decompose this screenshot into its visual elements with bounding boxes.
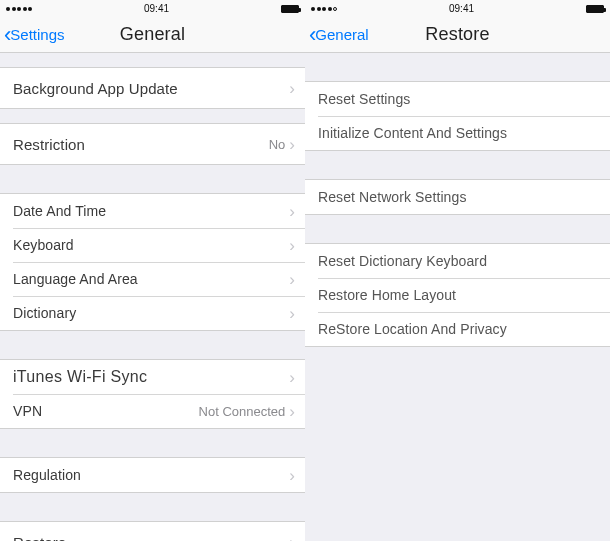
row-language-area[interactable]: Language And Area ›	[0, 262, 305, 296]
nav-bar: ‹ General Restore	[305, 17, 610, 53]
row-regulation[interactable]: Regulation ›	[0, 458, 305, 492]
row-restore-home-layout[interactable]: Restore Home Layout	[305, 278, 610, 312]
left-phone: 09:41 ‹ Settings General Background App …	[0, 0, 305, 541]
chevron-right-icon: ›	[289, 237, 295, 254]
row-label: Restriction	[13, 136, 269, 153]
row-reset-settings[interactable]: Reset Settings	[305, 82, 610, 116]
row-restore[interactable]: Restore ›	[0, 522, 305, 541]
row-label: Initialize Content And Settings	[318, 125, 600, 141]
back-label: Settings	[10, 26, 64, 43]
chevron-right-icon: ›	[289, 80, 295, 97]
chevron-right-icon: ›	[289, 203, 295, 220]
status-bar: 09:41	[305, 0, 610, 17]
row-keyboard[interactable]: Keyboard ›	[0, 228, 305, 262]
right-phone: 09:41 ‹ General Restore Reset Settings I…	[305, 0, 610, 541]
back-button[interactable]: ‹ General	[305, 24, 369, 46]
row-label: Date And Time	[13, 203, 289, 219]
row-label: Reset Network Settings	[318, 189, 600, 205]
chevron-right-icon: ›	[289, 403, 295, 420]
row-vpn[interactable]: VPN Not Connected ›	[0, 394, 305, 428]
row-label: Keyboard	[13, 237, 289, 253]
chevron-right-icon: ›	[289, 467, 295, 484]
chevron-right-icon: ›	[289, 369, 295, 386]
row-label: iTunes Wi-Fi Sync	[13, 368, 289, 386]
back-label: General	[315, 26, 368, 43]
status-bar: 09:41	[0, 0, 305, 17]
signal-dots-icon	[311, 7, 337, 11]
row-reset-dictionary-keyboard[interactable]: Reset Dictionary Keyboard	[305, 244, 610, 278]
row-label: Restore	[13, 534, 289, 542]
nav-bar: ‹ Settings General	[0, 17, 305, 53]
battery-icon	[586, 5, 604, 13]
row-label: VPN	[13, 403, 199, 419]
signal-dots-icon	[6, 7, 32, 11]
row-initialize-content[interactable]: Initialize Content And Settings	[305, 116, 610, 150]
row-background-app-update[interactable]: Background App Update ›	[0, 68, 305, 108]
row-value: Not Connected	[199, 404, 286, 419]
row-label: ReStore Location And Privacy	[318, 321, 600, 337]
chevron-right-icon: ›	[289, 305, 295, 322]
chevron-right-icon: ›	[289, 136, 295, 153]
row-label: Language And Area	[13, 271, 289, 287]
row-label: Restore Home Layout	[318, 287, 600, 303]
chevron-right-icon: ›	[289, 534, 295, 542]
battery-icon	[281, 5, 299, 13]
status-time: 09:41	[144, 3, 169, 14]
chevron-right-icon: ›	[289, 271, 295, 288]
status-time: 09:41	[449, 3, 474, 14]
row-dictionary[interactable]: Dictionary ›	[0, 296, 305, 330]
row-value: No	[269, 137, 286, 152]
restore-list: Reset Settings Initialize Content And Se…	[305, 53, 610, 541]
row-label: Reset Dictionary Keyboard	[318, 253, 600, 269]
row-label: Background App Update	[13, 80, 289, 97]
row-restriction[interactable]: Restriction No ›	[0, 124, 305, 164]
back-button[interactable]: ‹ Settings	[0, 24, 65, 46]
settings-list: Background App Update › Restriction No ›…	[0, 53, 305, 541]
row-label: Regulation	[13, 467, 289, 483]
row-date-time[interactable]: Date And Time ›	[0, 194, 305, 228]
row-label: Reset Settings	[318, 91, 600, 107]
row-restore-location-privacy[interactable]: ReStore Location And Privacy	[305, 312, 610, 346]
row-label: Dictionary	[13, 305, 289, 321]
row-reset-network[interactable]: Reset Network Settings	[305, 180, 610, 214]
row-itunes-wifi-sync[interactable]: iTunes Wi-Fi Sync ›	[0, 360, 305, 394]
